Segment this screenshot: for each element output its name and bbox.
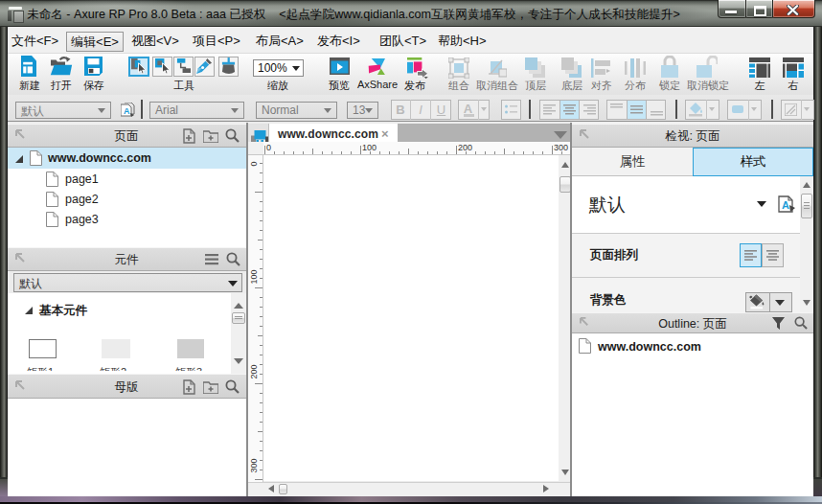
- svg-text:A: A: [782, 199, 789, 211]
- svg-text:A: A: [124, 106, 130, 116]
